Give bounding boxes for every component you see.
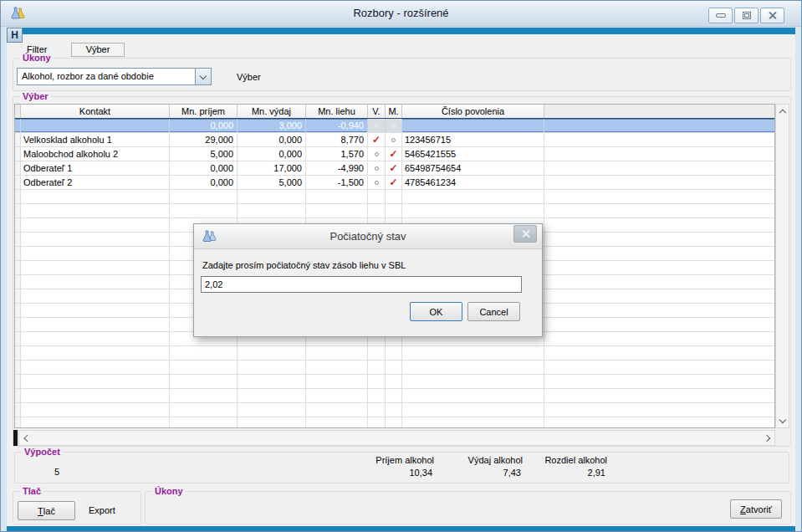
table-row[interactable]: Maloobchod alkoholu 25,0000,0001,570✓546… <box>15 147 774 161</box>
cell-liehu: 1,570 <box>306 147 368 161</box>
dialog-close-button[interactable] <box>513 225 537 243</box>
cell-liehu <box>306 389 368 402</box>
cell-prijem: 29,000 <box>170 133 238 146</box>
cell-liehu: -0,940 <box>306 119 368 132</box>
initial-state-input[interactable] <box>201 276 522 293</box>
cell-kontakt <box>21 119 170 132</box>
cell-prijem: 0,000 <box>170 176 238 189</box>
cell-prijem <box>170 190 238 203</box>
table-row[interactable]: Odberateľ 10,00017,000-4,990✓65498754654 <box>15 161 774 176</box>
header-vydaj[interactable]: Mn. výdaj <box>238 105 306 118</box>
cell-cislo: 65498754654 <box>402 161 544 175</box>
table-row[interactable]: Odberateľ 20,0005,000-1,500✓4785461234 <box>15 176 774 190</box>
cell-v <box>368 204 386 217</box>
page-title: Rozbory - rozšírené <box>1 7 801 19</box>
header-selector <box>15 105 21 118</box>
pociatocny-stav-dialog: Počiatočný stav Zadajte prosím počiatočn… <box>193 223 543 337</box>
cell-filler <box>544 147 774 161</box>
cell-selcol <box>15 233 21 246</box>
accent-bar-bottom <box>7 526 795 531</box>
header-kontakt[interactable]: Kontakt <box>21 105 170 118</box>
maximize-button[interactable] <box>734 8 759 23</box>
tlac-group: Tlač Tlač Export <box>13 491 141 524</box>
h-button[interactable]: H <box>7 28 23 43</box>
tab-vyber[interactable]: Výber <box>71 43 125 57</box>
cell-selcol <box>15 332 21 345</box>
header-prijem[interactable]: Mn. príjem <box>170 105 238 118</box>
table-row-empty <box>15 375 774 389</box>
cell-filler <box>544 247 774 260</box>
table-row-empty <box>15 417 774 428</box>
close-window-button[interactable] <box>760 8 784 23</box>
cell-cislo: 5465421555 <box>402 147 544 161</box>
cell-v <box>368 176 386 189</box>
close-button[interactable]: Zatvoriť <box>730 499 782 519</box>
header-liehu[interactable]: Mn. liehu <box>306 105 368 118</box>
title-bar[interactable]: Rozbory - rozšírené <box>1 1 801 27</box>
cell-selcol <box>15 403 21 417</box>
cell-m <box>386 133 402 146</box>
cell-vydaj: 0,000 <box>238 133 306 146</box>
cell-selcol <box>15 389 21 402</box>
check-icon: ✓ <box>372 134 381 146</box>
circle-icon <box>391 138 396 142</box>
splitter-handle[interactable] <box>13 430 18 446</box>
table-row-empty <box>15 389 774 403</box>
cell-filler <box>544 389 774 402</box>
ukony-group: Úkony Alkohol, rozbor za dané obdobie Vý… <box>13 58 791 91</box>
chevron-right-icon <box>763 434 769 441</box>
action-combobox[interactable]: Alkohol, rozbor za dané obdobie <box>17 68 212 85</box>
horizontal-scrollbar[interactable] <box>18 430 775 446</box>
chevron-down-icon <box>200 72 207 79</box>
export-button[interactable]: Export <box>89 505 115 515</box>
header-m[interactable]: M. <box>386 105 402 118</box>
cell-kontakt: Odberateľ 2 <box>21 176 170 189</box>
cell-filler <box>544 375 774 388</box>
cell-selcol <box>15 289 21 303</box>
cell-kontakt <box>21 247 170 260</box>
cell-selcol <box>15 247 21 260</box>
ok-button[interactable]: OK <box>410 302 462 321</box>
cell-selcol <box>15 375 21 388</box>
cell-m <box>386 417 402 428</box>
cell-filler <box>544 176 774 189</box>
circle-icon <box>391 124 396 128</box>
cell-prijem: 0,000 <box>170 119 238 132</box>
table-row[interactable]: 0,0003,000-0,940 <box>15 119 774 133</box>
accent-bar-top <box>7 28 795 34</box>
scroll-up-button[interactable] <box>776 105 789 118</box>
scroll-right-button[interactable] <box>760 431 774 445</box>
header-cislo[interactable]: Číslo povolenia <box>402 105 544 118</box>
combobox-dropdown-button[interactable] <box>195 69 211 84</box>
cell-filler <box>544 218 774 232</box>
cell-v <box>368 389 386 402</box>
cell-cislo <box>402 417 544 428</box>
cell-kontakt <box>21 332 170 345</box>
cancel-button[interactable]: Cancel <box>467 302 520 321</box>
minimize-button[interactable] <box>708 8 733 23</box>
cancel-button-label: Cancel <box>479 307 508 317</box>
vertical-scrollbar[interactable] <box>775 104 789 428</box>
scroll-down-button[interactable] <box>776 414 789 427</box>
dialog-title-bar[interactable]: Počiatočný stav <box>194 224 542 249</box>
cell-cislo <box>402 375 544 388</box>
cell-kontakt <box>21 218 170 232</box>
table-row[interactable]: Velkosklad alkoholu 129,0000,0008,770✓12… <box>15 133 774 147</box>
cell-cislo: 123456715 <box>402 133 544 146</box>
header-v[interactable]: V. <box>368 105 386 118</box>
cell-vydaj <box>238 403 306 417</box>
chevron-down-icon <box>779 417 785 423</box>
footer-ukony-group: Úkony Zatvoriť <box>145 491 791 524</box>
cell-kontakt <box>21 304 170 317</box>
print-button[interactable]: Tlač <box>18 501 75 520</box>
metric-label: Rozdiel alkohol <box>544 455 607 465</box>
cell-liehu <box>306 375 368 388</box>
cell-vydaj <box>238 389 306 402</box>
cell-v <box>368 417 386 428</box>
cell-filler <box>544 133 774 146</box>
cell-liehu <box>306 417 368 428</box>
cell-selcol <box>15 417 21 428</box>
cell-kontakt <box>21 318 170 331</box>
scroll-left-button[interactable] <box>19 431 33 445</box>
cell-selcol <box>15 161 21 175</box>
